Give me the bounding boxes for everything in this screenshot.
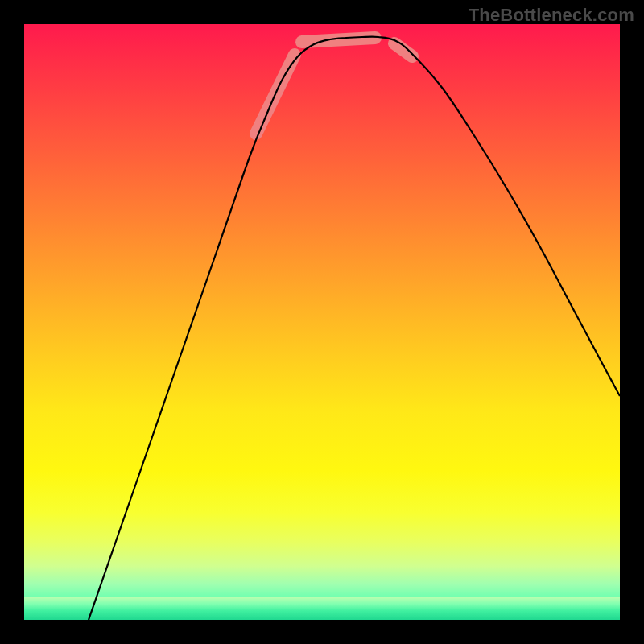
plot-area [24, 24, 620, 620]
chart-frame: TheBottleneck.com [0, 0, 644, 644]
curve-layer [24, 24, 620, 620]
v-curve-line [89, 37, 620, 620]
watermark-text: TheBottleneck.com [469, 5, 634, 26]
